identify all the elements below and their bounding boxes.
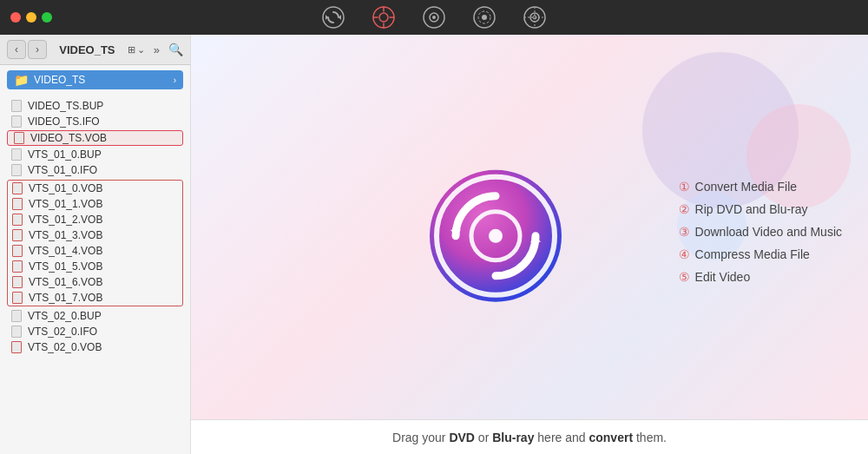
double-arrow-button[interactable]: » [154, 43, 160, 56]
file-name: VTS_01_6.VOB [29, 276, 102, 288]
file-item[interactable]: VTS_01_0.IFO [0, 162, 190, 178]
feature-num-3: ③ [679, 224, 690, 238]
file-name: VIDEO_TS.IFO [28, 115, 100, 128]
nav-arrows: ‹ › [7, 40, 47, 59]
file-item-vob[interactable]: VTS_01_1.VOB [8, 196, 182, 212]
file-item[interactable]: VTS_02_0.IFO [0, 324, 190, 339]
file-name: VTS_01_0.VOB [29, 182, 102, 194]
file-list[interactable]: VIDEO_TS.BUP VIDEO_TS.IFO VIDEO_TS.VOB V… [0, 95, 190, 454]
file-item[interactable]: VTS_02_0.BUP [0, 308, 190, 324]
back-button[interactable]: ‹ [7, 40, 26, 59]
right-panel: ① Convert Media File ② Rip DVD and Blu-r… [191, 35, 868, 454]
feature-item-4: ④ Compress Media File [679, 247, 842, 260]
file-name: VTS_01_0.BUP [28, 148, 102, 161]
file-icon-vid [11, 229, 23, 241]
file-icon-vid [11, 276, 23, 288]
feature-num-4: ④ [679, 247, 690, 260]
feature-label-2: Rip DVD and Blu-ray [695, 201, 808, 215]
feature-label-5: Edit Video [695, 269, 751, 283]
file-name: VTS_02_0.VOB [28, 341, 102, 353]
folder-icon: 📁 [14, 73, 29, 87]
file-icon-doc [10, 100, 23, 112]
file-name: VIDEO_TS.VOB [30, 132, 107, 144]
file-item-vob[interactable]: VTS_01_3.VOB [8, 227, 182, 243]
file-item[interactable]: VIDEO_TS.IFO [0, 114, 190, 129]
feature-label-3: Download Video and Music [695, 224, 842, 238]
svg-point-17 [489, 228, 503, 242]
file-item-vob[interactable]: VTS_01_2.VOB [8, 212, 182, 227]
file-icon-vid [11, 245, 23, 257]
file-icon-vid [10, 341, 23, 353]
toolbar: ① ② ③ ④ ⑤ [320, 4, 548, 30]
finder-panel: ‹ › VIDEO_TS ⊞⌄ » 🔍 📁 VIDEO_TS › VIDEO_T… [0, 35, 191, 454]
feature-label-1: Convert Media File [695, 179, 798, 193]
feature-item-3: ③ Download Video and Music [679, 224, 842, 238]
bottom-bar: Drag your DVD or Blu-ray here and conver… [191, 419, 868, 454]
file-icon-doc [10, 164, 23, 176]
feature-list: ① Convert Media File ② Rip DVD and Blu-r… [679, 179, 842, 292]
svg-point-7 [432, 16, 436, 19]
file-icon-vid [11, 182, 23, 194]
svg-point-10 [482, 15, 487, 20]
file-icon-vid [11, 214, 23, 226]
feature-num-2: ② [679, 201, 690, 215]
traffic-lights [10, 12, 52, 23]
file-name: VTS_01_5.VOB [29, 260, 102, 273]
compress-toolbar-icon[interactable] [471, 4, 497, 30]
file-icon-doc [10, 310, 23, 322]
file-icon-doc [10, 148, 23, 161]
file-item-vob[interactable]: VTS_01_5.VOB [8, 259, 182, 274]
download-toolbar-icon[interactable] [421, 4, 447, 30]
feature-item-5: ⑤ Edit Video [679, 269, 842, 283]
file-name: VIDEO_TS.BUP [28, 100, 103, 112]
minimize-button[interactable] [26, 12, 36, 23]
close-button[interactable] [10, 12, 21, 23]
file-item-vob[interactable]: VTS_01_6.VOB [8, 274, 182, 290]
feature-label-4: Compress Media File [695, 247, 810, 260]
view-toggle[interactable]: ⊞⌄ [128, 44, 145, 56]
bottom-text: Drag your DVD or Blu-ray here and conver… [392, 431, 667, 444]
file-name: VTS_01_7.VOB [29, 292, 102, 304]
main-logo-container [426, 166, 565, 308]
file-icon-doc [10, 115, 23, 128]
convert-text: convert [589, 431, 633, 444]
file-item-vob[interactable]: VTS_01_4.VOB [8, 243, 182, 259]
main-logo-svg [426, 166, 565, 305]
dvd-text: DVD [449, 431, 475, 444]
file-name: VTS_01_3.VOB [29, 229, 102, 241]
file-name: VTS_01_0.IFO [28, 164, 97, 176]
file-name: VTS_01_4.VOB [29, 245, 102, 257]
edit-toolbar-icon[interactable] [522, 4, 548, 30]
file-item[interactable]: VIDEO_TS.BUP [0, 98, 190, 114]
main-content: ‹ › VIDEO_TS ⊞⌄ » 🔍 📁 VIDEO_TS › VIDEO_T… [0, 35, 868, 454]
convert-toolbar-icon[interactable] [320, 4, 346, 30]
file-icon-vid [11, 260, 23, 273]
file-item-vob[interactable]: VTS_01_0.VOB [8, 181, 182, 196]
file-name: VTS_01_1.VOB [29, 198, 102, 210]
sidebar-folder-label: VIDEO_TS [34, 74, 85, 86]
feature-item-2: ② Rip DVD and Blu-ray [679, 201, 842, 215]
sidebar-folder-video-ts[interactable]: 📁 VIDEO_TS › [7, 70, 183, 89]
maximize-button[interactable] [42, 12, 52, 23]
folder-title: VIDEO_TS [52, 43, 122, 56]
file-icon-vid [13, 132, 25, 144]
search-button[interactable]: 🔍 [168, 43, 183, 56]
titlebar: ① ② ③ ④ ⑤ [0, 0, 868, 35]
rip-toolbar-icon[interactable] [371, 4, 397, 30]
file-item[interactable]: VTS_02_0.VOB [0, 339, 190, 355]
forward-button[interactable]: › [28, 40, 47, 59]
feature-num-5: ⑤ [679, 269, 690, 283]
file-icon-vid [11, 292, 23, 304]
bluray-text: Blu-ray [492, 431, 534, 444]
feature-num-1: ① [679, 179, 690, 193]
sidebar-area: 📁 VIDEO_TS › [0, 65, 190, 95]
file-icon-vid [11, 198, 23, 210]
vob-group: VTS_01_0.VOB VTS_01_1.VOB VTS_01_2.VOB V… [7, 180, 183, 306]
finder-toolbar: ‹ › VIDEO_TS ⊞⌄ » 🔍 [0, 35, 190, 65]
file-name: VTS_01_2.VOB [29, 214, 102, 226]
file-item-vob[interactable]: VTS_01_7.VOB [8, 290, 182, 306]
feature-item-1: ① Convert Media File [679, 179, 842, 193]
file-name: VTS_02_0.BUP [28, 310, 102, 322]
file-item[interactable]: VTS_01_0.BUP [0, 147, 190, 162]
file-item-highlighted[interactable]: VIDEO_TS.VOB [7, 130, 183, 146]
